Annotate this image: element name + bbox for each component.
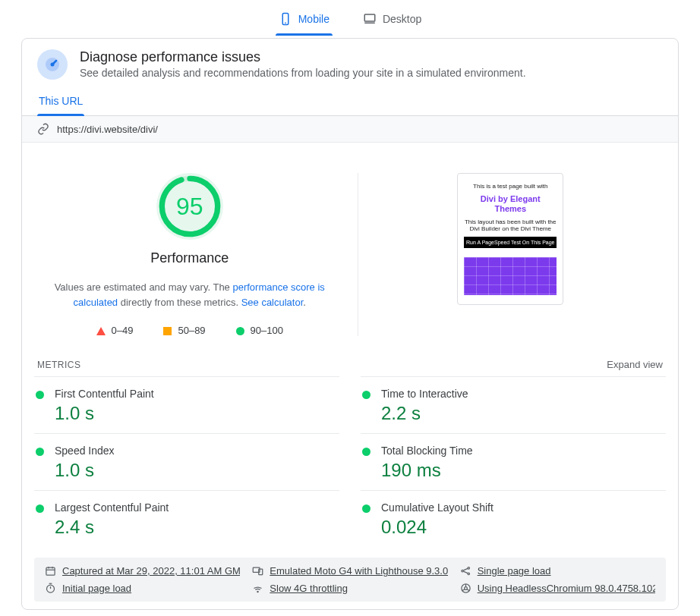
tab-mobile-label: Mobile <box>298 13 330 25</box>
tab-desktop[interactable]: Desktop <box>360 6 424 35</box>
score-link-calc[interactable]: See calculator <box>241 297 304 308</box>
metric-status-dot <box>362 391 370 399</box>
metric-name: Cumulative Layout Shift <box>381 501 493 514</box>
metric-value: 190 ms <box>381 460 473 481</box>
preview-button: Run A PageSpeed Test On This Page <box>464 237 557 248</box>
mobile-icon <box>279 12 292 26</box>
signal-icon <box>252 583 263 594</box>
tab-mobile[interactable]: Mobile <box>276 6 333 35</box>
svg-rect-2 <box>364 14 375 21</box>
metric-speed-index: Speed Index1.0 s <box>34 433 339 490</box>
metric-name: Speed Index <box>55 445 115 457</box>
score-gauge: 95 <box>156 173 223 240</box>
tab-this-url-label: This URL <box>39 95 83 107</box>
score-legend: 0–49 50–89 90–100 <box>96 325 283 336</box>
preview-text-1: This is a test page built with <box>464 183 557 190</box>
svg-point-15 <box>462 570 464 572</box>
svg-point-16 <box>468 567 470 570</box>
svg-line-28 <box>466 589 469 591</box>
preview-hero <box>464 257 557 295</box>
svg-point-17 <box>468 573 470 575</box>
expand-view[interactable]: Expand view <box>607 359 663 370</box>
metric-status-dot <box>36 504 44 513</box>
diagnose-title: Diagnose performance issues <box>80 49 526 65</box>
metric-first-contentful-paint: First Contentful Paint1.0 s <box>34 376 339 433</box>
tab-desktop-label: Desktop <box>383 13 421 25</box>
tested-url: https://divi.website/divi/ <box>57 124 158 135</box>
metric-name: Total Blocking Time <box>381 445 473 457</box>
site-preview: This is a test page built with Divi by E… <box>457 173 563 305</box>
info-captured[interactable]: Captured at Mar 29, 2022, 11:01 AM GMT-4 <box>62 565 240 577</box>
tab-this-url[interactable]: This URL <box>37 87 84 115</box>
metric-status-dot <box>362 504 370 513</box>
metric-status-dot <box>362 448 370 456</box>
metric-time-to-interactive: Time to Interactive2.2 s <box>361 376 666 433</box>
svg-line-18 <box>463 568 468 570</box>
metrics-title: METRICS <box>37 360 81 370</box>
desktop-icon <box>363 12 377 26</box>
info-single[interactable]: Single page load <box>478 565 551 577</box>
metric-value: 1.0 s <box>55 460 115 481</box>
metric-name: First Contentful Paint <box>55 388 154 400</box>
gauge-header-icon <box>37 49 68 80</box>
score-description: Values are estimated and may vary. The p… <box>46 280 334 310</box>
metric-status-dot <box>36 391 44 399</box>
metric-name: Largest Contentful Paint <box>55 501 169 514</box>
info-initial[interactable]: Initial page load <box>62 583 131 594</box>
svg-rect-9 <box>46 567 55 575</box>
score-value: 95 <box>156 173 223 240</box>
svg-line-19 <box>463 571 468 574</box>
metric-largest-contentful-paint: Largest Contentful Paint2.4 s <box>34 490 339 547</box>
report-info-bar: Captured at Mar 29, 2022, 11:01 AM GMT-4… <box>34 558 666 602</box>
legend-red-icon <box>96 327 106 335</box>
svg-point-23 <box>257 591 258 592</box>
preview-brand: Divi by Elegant Themes <box>464 194 557 214</box>
info-chrome[interactable]: Using HeadlessChromium 98.0.4758.102 wit… <box>478 583 655 594</box>
chrome-icon <box>460 583 471 594</box>
share-icon <box>460 565 471 577</box>
metric-value: 2.2 s <box>381 403 468 424</box>
preview-text-2: This layout has been built with the Divi… <box>464 218 557 232</box>
calendar-icon <box>45 565 56 577</box>
diagnose-subtitle: See detailed analysis and recommendation… <box>80 67 526 79</box>
score-label: Performance <box>150 250 229 266</box>
svg-point-5 <box>51 63 55 67</box>
metric-total-blocking-time: Total Blocking Time190 ms <box>361 433 666 490</box>
metric-value: 1.0 s <box>55 403 154 424</box>
legend-amber-icon <box>163 327 172 335</box>
timer-icon <box>45 583 56 594</box>
legend-green-icon <box>236 327 244 335</box>
metrics-grid: First Contentful Paint1.0 sTime to Inter… <box>22 376 678 547</box>
info-throttle[interactable]: Slow 4G throttling <box>270 583 348 594</box>
metric-status-dot <box>36 448 44 456</box>
metric-value: 0.024 <box>381 517 493 538</box>
report-card: Diagnose performance issues See detailed… <box>21 38 679 610</box>
info-emulated[interactable]: Emulated Moto G4 with Lighthouse 9.3.0 <box>270 565 447 577</box>
svg-line-27 <box>462 589 465 591</box>
metric-name: Time to Interactive <box>381 388 468 400</box>
metric-value: 2.4 s <box>55 517 169 538</box>
link-icon <box>37 123 49 135</box>
metric-cumulative-layout-shift: Cumulative Layout Shift0.024 <box>361 490 666 547</box>
device-icon <box>252 565 263 577</box>
